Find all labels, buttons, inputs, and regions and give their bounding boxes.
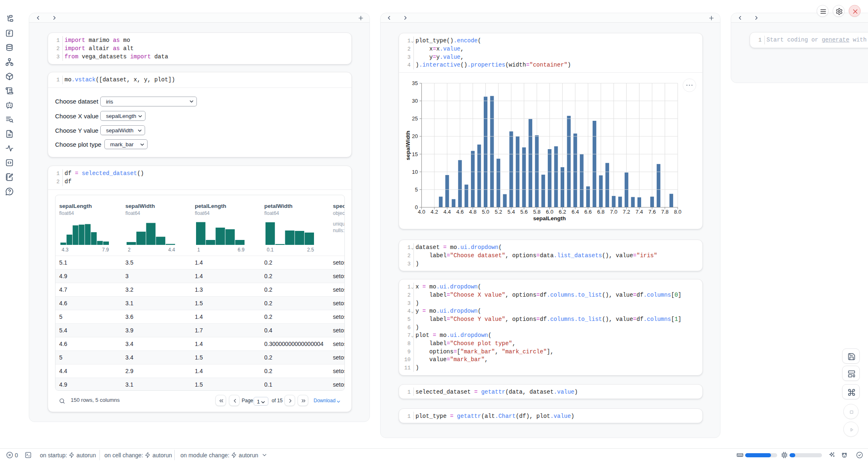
svg-text:6.6: 6.6	[584, 209, 592, 215]
svg-text:8.0: 8.0	[674, 209, 681, 215]
svg-text:5.6: 5.6	[520, 209, 528, 215]
svg-text:sepalWidth: sepalWidth	[405, 131, 411, 160]
svg-text:25: 25	[412, 115, 418, 122]
svg-text:6.0: 6.0	[546, 209, 553, 215]
svg-text:4.8: 4.8	[469, 209, 476, 215]
svg-text:0: 0	[415, 204, 418, 210]
svg-text:6.8: 6.8	[597, 209, 605, 215]
svg-text:7.0: 7.0	[610, 209, 617, 215]
svg-text:4.0: 4.0	[418, 209, 425, 215]
svg-text:7.6: 7.6	[649, 209, 656, 215]
svg-text:10: 10	[412, 169, 418, 175]
svg-text:20: 20	[412, 133, 418, 139]
svg-text:5.4: 5.4	[508, 209, 515, 215]
svg-text:5: 5	[415, 187, 418, 193]
svg-text:6.4: 6.4	[572, 209, 579, 215]
svg-text:7.8: 7.8	[661, 209, 669, 215]
svg-text:7.4: 7.4	[635, 209, 643, 215]
svg-text:6.2: 6.2	[559, 209, 566, 215]
svg-text:sepalLength: sepalLength	[533, 215, 566, 221]
svg-text:35: 35	[412, 80, 418, 86]
svg-text:5.0: 5.0	[482, 209, 489, 215]
svg-text:30: 30	[412, 98, 418, 104]
svg-text:15: 15	[412, 151, 418, 157]
svg-text:4.2: 4.2	[431, 209, 438, 215]
svg-text:5.2: 5.2	[495, 209, 502, 215]
svg-text:4.6: 4.6	[456, 209, 464, 215]
svg-text:5.8: 5.8	[533, 209, 540, 215]
svg-text:4.4: 4.4	[443, 209, 451, 215]
svg-text:7.2: 7.2	[623, 209, 630, 215]
